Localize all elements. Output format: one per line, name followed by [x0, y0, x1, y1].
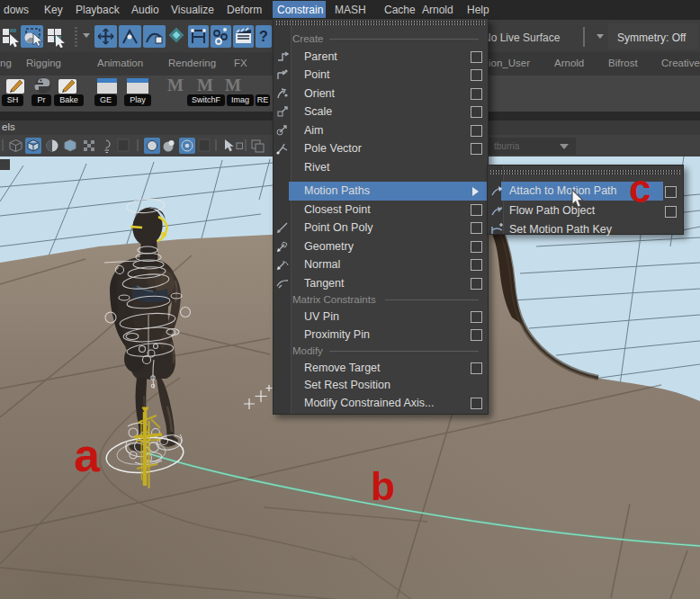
svg-text:tburria: tburria: [494, 141, 520, 151]
svg-text:a: a: [74, 429, 101, 481]
svg-text:b: b: [371, 464, 395, 508]
